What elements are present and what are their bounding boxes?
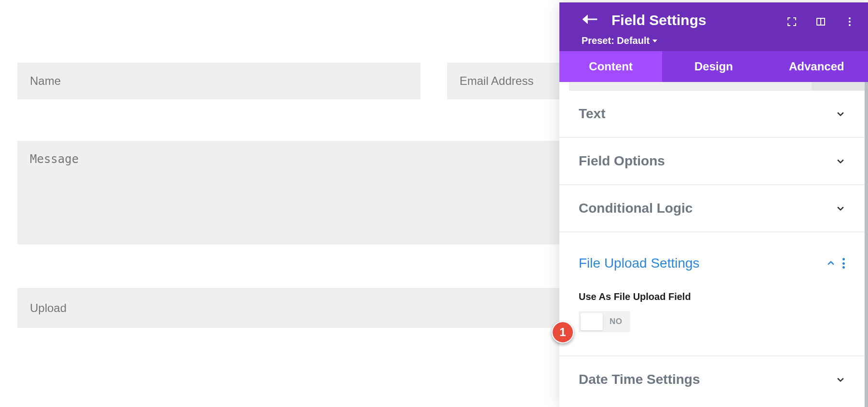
svg-point-1	[849, 21, 851, 23]
section-text[interactable]: Text	[559, 91, 865, 138]
columns-icon[interactable]	[815, 16, 827, 29]
preset-label: Preset: Default	[582, 35, 650, 46]
section-file-upload-settings[interactable]: File Upload Settings	[559, 232, 865, 286]
chevron-up-icon	[826, 258, 836, 268]
section-label: Date Time Settings	[579, 372, 700, 387]
panel-title: Field Settings	[611, 12, 706, 28]
svg-point-2	[849, 24, 851, 26]
section-label: Text	[579, 106, 606, 122]
options-list: Text Field Options Conditional Logic Fil…	[559, 82, 868, 407]
file-upload-settings-body: Use As File Upload Field NO	[559, 286, 865, 356]
chevron-down-icon	[652, 40, 657, 42]
section-field-options[interactable]: Field Options	[559, 138, 865, 185]
chevron-down-icon	[836, 109, 845, 119]
toggle-value: NO	[610, 317, 623, 326]
section-conditional-logic[interactable]: Conditional Logic	[559, 185, 865, 232]
chevron-down-icon	[836, 375, 845, 384]
file-upload-toggle-label: Use As File Upload Field	[579, 291, 845, 302]
tab-content[interactable]: Content	[559, 51, 662, 82]
file-upload-toggle[interactable]: NO	[579, 311, 630, 332]
tab-design[interactable]: Design	[662, 51, 765, 82]
panel-header: Field Settings Preset: Default	[559, 2, 868, 51]
chevron-down-icon	[836, 156, 845, 166]
section-label: Field Options	[579, 153, 665, 169]
more-vert-icon[interactable]	[844, 16, 855, 29]
svg-point-0	[849, 17, 851, 19]
chevron-down-icon	[836, 204, 845, 213]
tab-bar: Content Design Advanced	[559, 51, 868, 82]
filter-bar	[569, 82, 865, 91]
name-input[interactable]	[17, 63, 420, 99]
tab-advanced[interactable]: Advanced	[765, 51, 868, 82]
annotation-badge-1: 1	[552, 321, 574, 343]
section-label: Conditional Logic	[579, 201, 692, 216]
settings-panel: Field Settings Preset: Default Content D…	[559, 2, 868, 407]
section-date-time-settings[interactable]: Date Time Settings	[559, 356, 865, 403]
expand-icon[interactable]	[786, 16, 798, 29]
more-vert-icon[interactable]	[842, 258, 845, 269]
toggle-knob	[581, 313, 603, 330]
section-label: File Upload Settings	[579, 256, 700, 271]
back-icon[interactable]	[582, 13, 598, 28]
preset-dropdown[interactable]: Preset: Default	[582, 35, 854, 46]
